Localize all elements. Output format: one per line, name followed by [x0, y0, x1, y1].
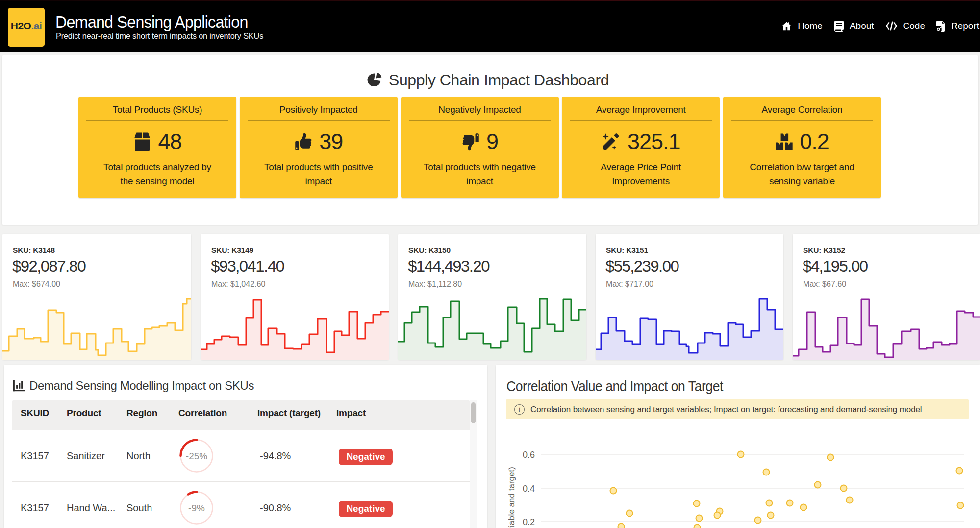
svg-text:sensing variable and target): sensing variable and target) [507, 467, 516, 528]
svg-text:0.4: 0.4 [523, 484, 535, 494]
svg-text:-9%: -9% [188, 503, 205, 513]
svg-text:-25%: -25% [186, 451, 207, 461]
svg-text:0.6: 0.6 [523, 450, 535, 460]
svg-text:0.2: 0.2 [523, 517, 535, 527]
